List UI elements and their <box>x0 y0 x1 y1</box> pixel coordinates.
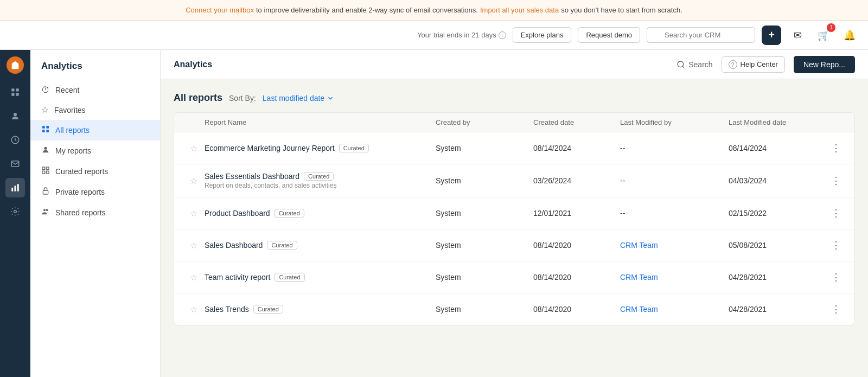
last-modified-by-4: CRM Team <box>620 241 729 250</box>
top-banner: Connect your mailbox to improve delivera… <box>0 0 868 21</box>
search-crm-input[interactable] <box>647 27 755 43</box>
sidebar-item-my-reports[interactable]: My reports <box>30 140 160 161</box>
report-name-1: Ecommerce Marketing Journey Report Curat… <box>205 144 436 152</box>
explore-plans-button[interactable]: Explore plans <box>513 27 572 43</box>
mail-button[interactable]: ✉ <box>788 25 807 45</box>
nav-sidebar: Analytics ⏱ Recent ☆ Favorites All repor… <box>30 50 161 377</box>
svg-point-15 <box>44 147 47 150</box>
col-created-by: Created by <box>436 118 533 126</box>
sidebar-item-favorites-label: Favorites <box>54 106 86 114</box>
last-modified-date-1: 08/14/2024 <box>729 144 826 152</box>
sidebar-item-all-reports[interactable]: All reports <box>30 120 160 140</box>
created-by-4: System <box>436 241 533 250</box>
svg-rect-0 <box>11 88 14 91</box>
app-container: Analytics ⏱ Recent ☆ Favorites All repor… <box>0 50 868 377</box>
svg-point-21 <box>43 209 46 211</box>
sidebar-icon-deals[interactable] <box>5 130 25 150</box>
report-desc-2: Report on deals, contacts, and sales act… <box>205 182 436 189</box>
sidebar-item-recent[interactable]: ⏱ Recent <box>30 80 160 100</box>
new-report-button[interactable]: New Repo... <box>794 56 855 73</box>
sidebar-item-curated-reports-label: Curated reports <box>55 167 108 176</box>
star-button-1[interactable]: ☆ <box>183 142 205 155</box>
private-reports-icon <box>41 187 50 197</box>
all-reports-icon <box>41 125 50 136</box>
created-date-6: 08/14/2020 <box>533 305 620 314</box>
trial-info: Your trial ends in 21 days i <box>417 31 506 39</box>
sidebar-item-private-reports[interactable]: Private reports <box>30 182 160 202</box>
curated-reports-icon <box>41 166 50 177</box>
apps-button[interactable]: 🛒 1 <box>814 25 833 45</box>
table-area: All reports Sort By: Last modified date … <box>161 79 868 377</box>
trial-text: Your trial ends in 21 days <box>417 31 496 39</box>
star-button-6[interactable]: ☆ <box>183 303 205 316</box>
connect-mailbox-link[interactable]: Connect your mailbox <box>186 6 254 14</box>
app-logo[interactable] <box>7 56 24 74</box>
sidebar-icon-analytics[interactable] <box>5 178 25 197</box>
sidebar-icon-mail[interactable] <box>5 154 25 174</box>
icon-sidebar <box>0 50 30 377</box>
svg-rect-3 <box>16 93 19 96</box>
table-row: ☆ Ecommerce Marketing Journey Report Cur… <box>174 132 854 164</box>
sidebar-item-favorites[interactable]: ☆ Favorites <box>30 100 160 120</box>
created-by-2: System <box>436 176 533 185</box>
star-button-4[interactable]: ☆ <box>183 239 205 252</box>
curated-badge-6: Curated <box>253 305 283 314</box>
import-sales-link[interactable]: Import all your sales data <box>480 6 559 14</box>
table-title: All reports <box>174 92 222 104</box>
sidebar-item-shared-reports[interactable]: Shared reports <box>30 202 160 223</box>
created-by-1: System <box>436 144 533 152</box>
more-button-3[interactable]: ⋮ <box>826 205 846 221</box>
star-button-5[interactable]: ☆ <box>183 271 205 284</box>
svg-rect-2 <box>11 93 14 96</box>
last-modified-by-2: -- <box>620 176 729 185</box>
svg-rect-14 <box>46 130 49 132</box>
col-last-modified-by: Last Modified by <box>620 118 729 126</box>
report-name-5: Team activity report Curated <box>205 273 436 282</box>
svg-point-22 <box>46 209 48 211</box>
last-modified-by-1: -- <box>620 144 729 152</box>
table-row: ☆ Team activity report Curated System 08… <box>174 261 854 293</box>
curated-badge-5: Curated <box>275 273 304 282</box>
reports-table: Report Name Created by Created date Last… <box>174 112 855 325</box>
more-button-1[interactable]: ⋮ <box>826 140 846 156</box>
sidebar-icon-contacts[interactable] <box>5 106 25 126</box>
crm-team-link-6[interactable]: CRM Team <box>620 305 658 314</box>
svg-rect-17 <box>46 167 49 170</box>
more-button-2[interactable]: ⋮ <box>826 172 846 189</box>
svg-rect-20 <box>43 190 48 194</box>
sidebar-item-shared-reports-label: Shared reports <box>55 208 106 217</box>
star-button-3[interactable]: ☆ <box>183 207 205 220</box>
svg-point-4 <box>14 113 17 116</box>
created-date-4: 08/14/2020 <box>533 241 620 250</box>
add-button[interactable]: + <box>762 25 781 45</box>
report-name-cell-1: Ecommerce Marketing Journey Report Curat… <box>205 144 436 152</box>
analytics-sub-header: Analytics Search ? Help Center New Repo.… <box>161 50 868 79</box>
sidebar-item-private-reports-label: Private reports <box>55 188 105 196</box>
more-button-4[interactable]: ⋮ <box>826 237 846 253</box>
report-name-cell-5: Team activity report Curated <box>205 273 436 282</box>
notification-badge: 1 <box>827 23 835 32</box>
sidebar-item-curated-reports[interactable]: Curated reports <box>30 161 160 182</box>
crm-team-link-5[interactable]: CRM Team <box>620 273 658 282</box>
sidebar-item-recent-label: Recent <box>55 86 79 94</box>
crm-team-link-4[interactable]: CRM Team <box>620 241 658 250</box>
shared-reports-icon <box>41 207 50 218</box>
sort-by-select[interactable]: Last modified date <box>263 94 334 103</box>
last-modified-date-2: 04/03/2024 <box>729 176 826 185</box>
bell-button[interactable]: 🔔 <box>840 25 859 45</box>
col-created-date: Created date <box>533 118 620 126</box>
more-button-5[interactable]: ⋮ <box>826 269 846 285</box>
sidebar-icon-settings[interactable] <box>5 202 25 221</box>
last-modified-date-4: 05/08/2021 <box>729 241 826 250</box>
star-button-2[interactable]: ☆ <box>183 175 205 187</box>
more-button-6[interactable]: ⋮ <box>826 301 846 317</box>
table-row: ☆ Sales Trends Curated System 08/14/2020… <box>174 293 854 325</box>
main-content: Analytics Search ? Help Center New Repo.… <box>161 50 868 377</box>
info-icon[interactable]: i <box>499 31 506 39</box>
request-demo-button[interactable]: Request demo <box>578 27 640 43</box>
svg-rect-11 <box>42 126 45 129</box>
analytics-search-button[interactable]: Search <box>676 60 712 69</box>
sidebar-icon-dashboard[interactable] <box>5 82 25 102</box>
svg-line-24 <box>682 66 684 68</box>
help-center-button[interactable]: ? Help Center <box>722 56 785 73</box>
